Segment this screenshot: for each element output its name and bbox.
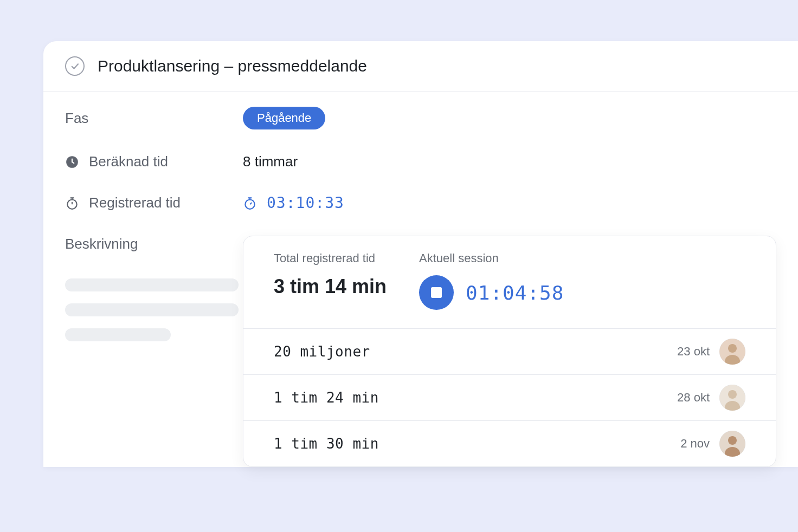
- phase-label: Fas: [65, 110, 88, 127]
- total-time-column: Total registrerad tid 3 tim 14 min: [274, 251, 387, 310]
- card-header: Produktlansering – pressmeddelande: [43, 41, 798, 92]
- entry-date: 2 nov: [680, 437, 710, 451]
- task-title: Produktlansering – pressmeddelande: [98, 57, 367, 75]
- skeleton-line: [65, 328, 171, 341]
- avatar: [719, 339, 745, 365]
- entry-date: 23 okt: [677, 345, 710, 359]
- session-label: Aktuell session: [419, 251, 564, 265]
- logged-value-wrap[interactable]: 03:10:33: [243, 194, 344, 212]
- svg-point-10: [728, 344, 737, 353]
- time-tracking-popover: Total registrerad tid 3 tim 14 min Aktue…: [243, 236, 776, 467]
- card-body: Fas Pågående Beräknad tid 8 timmar: [43, 92, 798, 467]
- svg-point-5: [245, 199, 254, 209]
- task-card: Produktlansering – pressmeddelande Fas P…: [43, 41, 798, 467]
- avatar: [719, 431, 745, 457]
- svg-point-1: [67, 199, 76, 209]
- svg-point-16: [728, 436, 737, 445]
- logged-value: 03:10:33: [267, 194, 344, 212]
- estimated-label: Beräknad tid: [89, 153, 168, 170]
- stop-timer-button[interactable]: [419, 275, 454, 310]
- svg-line-6: [250, 202, 252, 204]
- entry-date: 28 okt: [677, 391, 710, 405]
- time-entry-row[interactable]: 20 miljoner 23 okt: [243, 329, 776, 375]
- checkmark-icon[interactable]: [65, 56, 85, 76]
- session-time-value: 01:04:58: [466, 282, 564, 304]
- avatar: [719, 385, 745, 411]
- description-placeholder: [65, 278, 243, 341]
- entry-duration: 1 tim 24 min: [274, 390, 379, 406]
- logged-label: Registrerad tid: [89, 194, 181, 211]
- stopwatch-icon: [65, 196, 79, 210]
- stopwatch-icon: [243, 196, 257, 210]
- field-logged-time: Registrerad tid 03:10:33: [65, 194, 776, 212]
- field-phase: Fas Pågående: [65, 107, 776, 129]
- total-time-value: 3 tim 14 min: [274, 275, 387, 298]
- popover-summary: Total registrerad tid 3 tim 14 min Aktue…: [243, 236, 776, 329]
- svg-point-13: [728, 390, 737, 399]
- skeleton-line: [65, 303, 239, 316]
- phase-badge[interactable]: Pågående: [243, 107, 325, 129]
- entry-duration: 20 miljoner: [274, 343, 370, 360]
- field-estimated-time: Beräknad tid 8 timmar: [65, 153, 776, 170]
- description-label: Beskrivning: [65, 236, 138, 252]
- total-time-label: Total registrerad tid: [274, 251, 387, 265]
- time-entry-row[interactable]: 1 tim 24 min 28 okt: [243, 375, 776, 421]
- description-section: Beskrivning Total registrerad tid 3 tim …: [65, 236, 776, 467]
- clock-icon: [65, 155, 79, 169]
- skeleton-line: [65, 278, 239, 291]
- stop-icon: [431, 287, 442, 298]
- current-session-column: Aktuell session 01:04:58: [419, 251, 564, 310]
- entry-duration: 1 tim 30 min: [274, 436, 379, 452]
- estimated-value: 8 timmar: [243, 153, 298, 170]
- time-entry-row[interactable]: 1 tim 30 min 2 nov: [243, 421, 776, 466]
